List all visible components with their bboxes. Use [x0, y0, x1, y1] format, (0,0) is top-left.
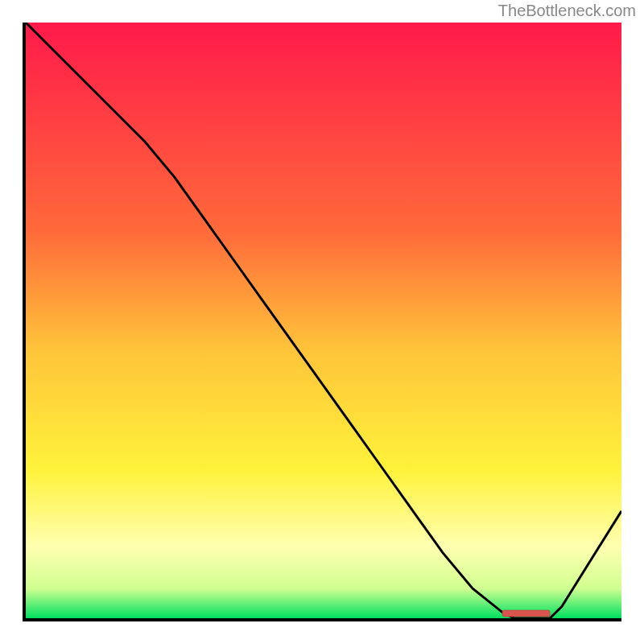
plot-area [23, 23, 621, 621]
watermark-text: TheBottleneck.com [498, 2, 636, 20]
curve-line [26, 23, 621, 618]
chart-container: TheBottleneck.com [0, 0, 644, 644]
optimal-marker [502, 610, 550, 617]
